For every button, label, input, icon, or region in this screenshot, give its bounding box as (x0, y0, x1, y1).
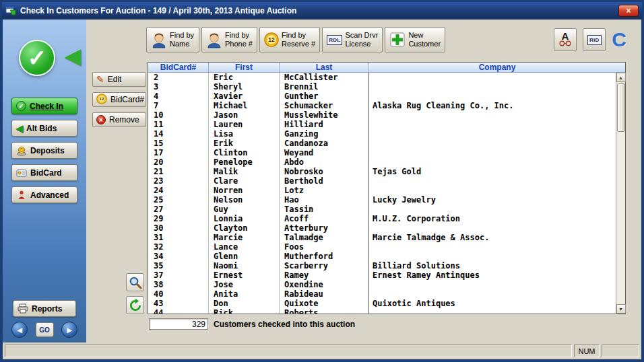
table-row[interactable]: 23ClareBerthold (148, 176, 616, 186)
toolbar-right: A RID C (554, 28, 626, 51)
clarion-logo-icon: C (612, 28, 626, 51)
sidebar-item-bidcard[interactable]: BidCard (11, 164, 77, 181)
scroll-up-button[interactable]: ▲ (616, 73, 626, 82)
table-cell: Roberts (280, 308, 369, 314)
column-header-bidcard[interactable]: BidCard# (148, 63, 209, 72)
sidebar-item-advanced[interactable]: Advanced (11, 186, 77, 203)
table-row[interactable]: 14LisaGanzing (148, 129, 616, 139)
table-cell: Don (209, 299, 280, 308)
column-header-company[interactable]: Company (369, 63, 625, 72)
rid-icon: RID (587, 35, 602, 45)
table-cell: Marcie (209, 233, 280, 242)
table-row[interactable]: 35NaomiScarberryBilliard Solutions (148, 261, 616, 270)
printer-icon (18, 303, 28, 314)
scan-drvr-license-button[interactable]: RDLScan DrvrLicense (322, 27, 383, 52)
table-cell: 10 (148, 110, 209, 120)
table-row[interactable]: 3SherylBrennil (148, 82, 616, 92)
table-cell: Lance (209, 242, 280, 252)
sidebar-item-alt-bids[interactable]: ◀Alt Bids (11, 120, 77, 137)
status-bar: NUM (3, 342, 641, 359)
table-cell: 17 (148, 148, 209, 157)
table-cell (369, 82, 616, 92)
find-by-reserve-button[interactable]: 12Find byReserve # (259, 27, 320, 52)
table-cell (369, 280, 616, 289)
table-cell: Tejas Gold (369, 167, 616, 176)
table-row[interactable]: 37ErnestRameyErnest Ramey Antinques (148, 270, 616, 280)
table-cell: Schumacker (280, 101, 369, 110)
sidebar-item-deposits[interactable]: Deposits (11, 142, 77, 159)
table-row[interactable]: 17ClintonWeyand (148, 148, 616, 157)
find-by-name-button[interactable]: Find byName (146, 27, 199, 52)
go-button[interactable]: GO (36, 322, 54, 337)
table-row[interactable]: 11LaurenHilliard (148, 120, 616, 129)
table-row[interactable]: 21MalikNobroskoTejas Gold (148, 167, 616, 176)
table-row[interactable]: 40AnitaRabideau (148, 289, 616, 299)
toolbar-button-label: NewCustomer (408, 31, 441, 48)
titlebar: Check In Customers For Auction - 149 / A… (2, 2, 642, 20)
table-cell: Musslewhite (280, 110, 369, 120)
checked-in-label: Customers checked into this auction (214, 320, 355, 329)
table-row[interactable]: 38JoseOxendine (148, 280, 616, 289)
pencil-icon: ✎ (96, 75, 104, 84)
bidcard-number-button[interactable]: 12 BidCard# (92, 92, 146, 107)
table-row[interactable]: 27GuyTassin (148, 205, 616, 214)
table-row[interactable]: 44RickRoberts (148, 308, 616, 314)
table-cell: Billiard Solutions (369, 261, 616, 270)
forward-button[interactable]: ▶ (61, 322, 77, 338)
table-row[interactable]: 10JasonMusslewhite (148, 110, 616, 120)
column-header-last[interactable]: Last (280, 63, 369, 72)
edit-button[interactable]: ✎ Edit (92, 72, 146, 87)
back-button[interactable]: ◀ (11, 322, 28, 338)
table-cell (369, 308, 616, 314)
table-cell: Quixote (280, 299, 369, 308)
table-row[interactable]: 34GlennMutherford (148, 252, 616, 261)
table-cell: Xavier (209, 92, 280, 101)
table-cell: Michael (209, 101, 280, 110)
bidcard-icon (16, 168, 27, 178)
table-cell: 38 (148, 280, 209, 289)
deposit-icon (16, 145, 27, 156)
table-cell (369, 223, 616, 233)
table-row[interactable]: 7MichaelSchumackerAlaska Rug Cleaning Co… (148, 101, 616, 110)
vertical-scrollbar[interactable]: ▲ ▼ (616, 73, 625, 314)
reports-button[interactable]: Reports (13, 300, 76, 317)
table-cell (369, 157, 616, 167)
close-button[interactable]: × (618, 5, 639, 17)
table-row[interactable]: 29LonniaAcoffM.U.Z. Corporation (148, 214, 616, 223)
rid-scan-button[interactable]: RID (583, 28, 606, 51)
scroll-down-button[interactable]: ▼ (616, 304, 626, 314)
column-header-first[interactable]: First (209, 63, 280, 72)
table-cell (369, 139, 616, 148)
scrollbar-thumb[interactable] (617, 83, 625, 132)
table-cell: Mutherford (280, 252, 369, 261)
svg-text:12: 12 (268, 36, 275, 43)
table-cell: 43 (148, 299, 209, 308)
remove-label: Remove (109, 115, 139, 124)
table-row[interactable]: 15ErikCandanoza (148, 139, 616, 148)
table-cell (369, 289, 616, 299)
table-row[interactable]: 24NorrenLotz (148, 186, 616, 195)
find-by-phone-button[interactable]: Find byPhone # (201, 27, 257, 52)
table-row[interactable]: 2EricMcCallister (148, 73, 616, 82)
table-row[interactable]: 20PenelopeAbdo (148, 157, 616, 167)
table-cell: 44 (148, 308, 209, 314)
table-cell: Oxendine (280, 280, 369, 289)
table-row[interactable]: 30ClaytonAtterbury (148, 223, 616, 233)
table-row[interactable]: 25NelsonHaoLucky Jewelry (148, 195, 616, 205)
table-row[interactable]: 43DonQuixoteQuixotic Antiques (148, 299, 616, 308)
table-cell: Lauren (209, 120, 280, 129)
table-cell: Ernest Ramey Antinques (369, 270, 616, 280)
table-body: 2EricMcCallister3SherylBrennil4XavierGun… (148, 73, 616, 314)
remove-button[interactable]: × Remove (92, 112, 146, 127)
new-customer-button[interactable]: NewCustomer (385, 27, 445, 52)
table-cell: Erik (209, 139, 280, 148)
sidebar-item-check-in[interactable]: ✓Check In (11, 98, 77, 114)
table-row[interactable]: 31MarcieTalmadgeMarcie Talmadge & Assoc. (148, 233, 616, 242)
font-settings-button[interactable]: A (554, 28, 577, 51)
search-button[interactable] (126, 273, 144, 291)
refresh-button[interactable] (126, 296, 144, 314)
person-icon (151, 31, 167, 48)
table-row[interactable]: 32LanceFoos (148, 242, 616, 252)
table-cell: Atterbury (280, 223, 369, 233)
table-row[interactable]: 4XavierGunther (148, 92, 616, 101)
